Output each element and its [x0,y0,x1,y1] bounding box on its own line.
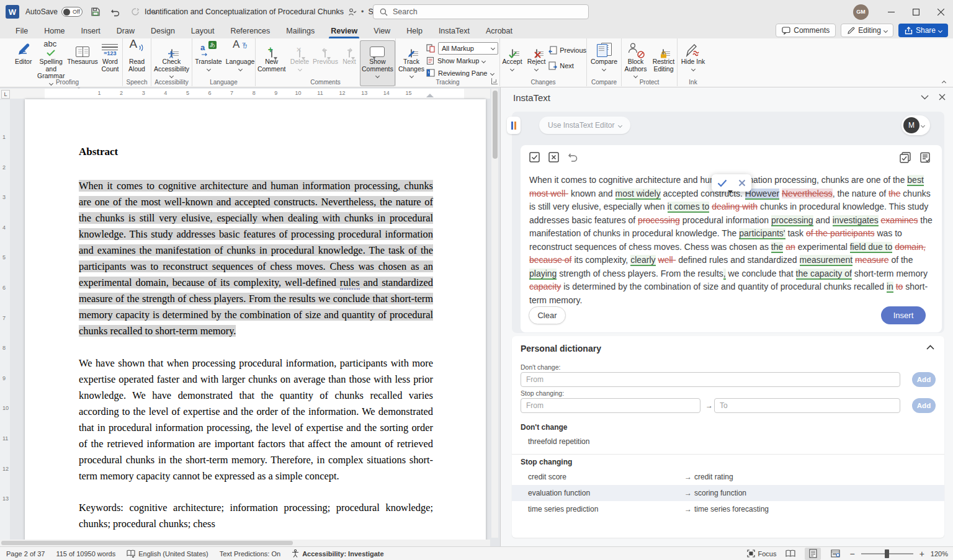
tab-instatext[interactable]: InstaText [431,25,478,38]
zoom-out-button[interactable]: − [849,549,854,559]
zoom-slider[interactable] [861,553,913,554]
document-page[interactable]: Abstract When it comes to cognitive arch… [25,99,486,546]
use-instatext-editor-button[interactable]: Use InstaText Editor [539,117,630,134]
insert-button[interactable]: Insert [881,306,926,324]
dictionary-collapse-icon[interactable] [926,345,934,350]
redo-icon[interactable] [128,5,142,19]
read-mode-button[interactable] [782,548,799,560]
vertical-scrollbar-thumb[interactable] [493,91,498,159]
tab-insert[interactable]: Insert [73,25,109,38]
text-predictions-indicator[interactable]: Text Predictions: On [220,550,280,558]
segment-ins[interactable]: the capacity of [796,269,852,280]
zoom-in-button[interactable]: + [919,549,924,559]
tab-design[interactable]: Design [143,25,183,38]
clear-button[interactable]: Clear [529,306,566,324]
minimize-button[interactable] [879,0,903,24]
dont-change-add-button[interactable]: Add [912,372,936,387]
account-chip[interactable]: M [902,115,930,135]
proofing-status[interactable]: English (United States) [127,549,208,558]
segment-del[interactable]: measure [855,255,888,265]
segment-del[interactable]: examines [881,215,918,225]
segment-del[interactable]: of the participants [806,228,875,238]
tab-layout[interactable]: Layout [183,25,223,38]
save-icon[interactable] [89,5,102,19]
next-change-button[interactable]: Next [548,60,586,71]
segment-ins[interactable]: best [907,175,923,186]
copy-with-changes-icon[interactable] [900,152,911,163]
accessibility-status[interactable]: Accessibility: Investigate [292,549,383,558]
user-avatar[interactable]: GM [853,4,869,20]
segment-ins[interactable]: most widely [615,189,661,200]
segment-del-sel[interactable]: Nevertheless [782,189,833,198]
stop-changing-row[interactable]: time series prediction→time series forec… [512,501,944,517]
reject-suggestion-button[interactable] [738,179,746,187]
segment-del[interactable]: the [888,189,900,198]
stop-changing-from-input[interactable] [521,398,700,413]
instatext-logo-icon[interactable] [507,117,521,134]
reviewing-pane-button[interactable]: Reviewing Pane [426,68,498,78]
tab-draw[interactable]: Draw [109,25,143,38]
tab-stop-selector[interactable]: L [1,90,10,99]
segment-del[interactable]: dealing with [712,202,758,211]
tab-review[interactable]: Review [323,25,365,38]
indent-marker-right[interactable] [426,94,434,97]
horizontal-ruler[interactable]: L 123456789101112131415 [0,89,490,99]
segment-del[interactable]: to [896,282,903,291]
tab-view[interactable]: View [365,25,398,38]
print-layout-button[interactable] [805,548,821,560]
segment-ins[interactable]: measurement [800,255,853,266]
tab-file[interactable]: File [7,25,36,38]
markup-dropdown[interactable]: All Markup [438,42,498,55]
tab-acrobat[interactable]: Acrobat [478,25,521,38]
horizontal-scrollbar-thumb[interactable] [1,541,293,545]
autosave-control[interactable]: AutoSave Off [25,7,83,17]
segment-ins[interactable]: investigates [833,215,879,226]
comments-button[interactable]: Comments [776,24,836,37]
stop-changing-row[interactable]: credit score→credit rating [512,469,944,485]
copy-text-icon[interactable] [919,152,931,163]
segment-del[interactable]: capacity [529,282,561,291]
focus-button[interactable]: Focus [747,549,777,558]
close-button[interactable] [928,0,953,24]
stop-changing-add-button[interactable]: Add [912,398,936,413]
stop-changing-row[interactable]: evaluation function→scoring function [512,485,944,501]
tab-mailings[interactable]: Mailings [278,25,323,38]
autosave-toggle[interactable]: Off [61,7,83,17]
results-paragraph[interactable]: We have shown that when processing proce… [79,355,433,484]
undo-icon[interactable] [568,152,578,162]
stop-changing-to-input[interactable] [714,398,900,413]
web-layout-button[interactable] [827,548,843,560]
undo-icon[interactable] [109,5,122,19]
show-markup-button[interactable]: Show Markup [426,55,498,66]
segment-ins[interactable]: participants' [739,228,785,239]
suggestion-text[interactable]: When it comes to cognitive architecture … [529,174,933,307]
segment-del[interactable]: most well- [529,189,568,198]
dont-change-item[interactable]: threefold repetition [512,434,944,449]
segment-ins[interactable]: in [887,282,893,293]
dont-change-from-input[interactable] [521,372,900,387]
segment-del[interactable]: processing [638,215,680,225]
accept-suggestion-button[interactable] [717,179,727,187]
collapse-ribbon-icon[interactable] [942,81,946,85]
page-indicator[interactable]: Page 2 of 37 [6,550,45,558]
zoom-slider-thumb[interactable] [885,549,889,558]
search-input[interactable]: Search [373,4,589,19]
segment-ins[interactable]: field due to [850,242,893,253]
zoom-level[interactable]: 120% [931,550,948,558]
segment-ins[interactable]: the [771,242,783,253]
segment-ins[interactable]: processing [771,215,813,226]
panel-collapse-icon[interactable] [921,95,929,100]
segment-ins[interactable]: it comes to [668,202,710,213]
previous-change-button[interactable]: Previous [548,44,586,56]
abstract-paragraph-selected[interactable]: When it comes to cognitive architecture … [79,178,433,339]
reject-all-changes-icon[interactable] [548,152,559,162]
panel-close-icon[interactable] [939,94,946,100]
horizontal-scrollbar[interactable] [0,540,490,546]
tab-references[interactable]: References [222,25,278,38]
segment-ins[interactable]: clearly [630,255,655,266]
tab-help[interactable]: Help [398,25,431,38]
indent-marker-left[interactable] [75,89,83,99]
share-button[interactable]: Share [898,24,948,37]
editing-mode-button[interactable]: Editing [841,24,893,37]
maximize-button[interactable] [903,0,928,24]
